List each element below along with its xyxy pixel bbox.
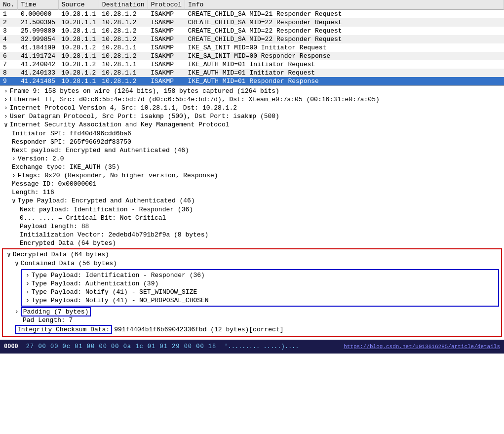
decrypted-arrow: ∨ (7, 251, 11, 259)
version-line[interactable]: › Version: 2.0 (0, 155, 504, 163)
length-content: Length: 116 (12, 189, 500, 196)
message-id-line[interactable]: Message ID: 0x00000001 (0, 180, 504, 188)
udp-arrow: › (4, 113, 8, 120)
type-notify-noproposal-line[interactable]: › Type Payload: Notify (41) - NO_PROPOSA… (22, 296, 498, 305)
col-no: No. (0, 0, 18, 10)
cell-1: 41.240042 (18, 60, 58, 69)
cell-2: 10.28.1.1 (58, 10, 99, 19)
cell-5: CREATE_CHILD_SA MID=21 Responder Request (185, 10, 504, 19)
cell-2: 10.28.1.2 (58, 43, 99, 52)
next-payload-content: Next payload: Encrypted and Authenticate… (12, 147, 500, 154)
cell-5: IKE_AUTH MID=01 Initiator Request (185, 60, 504, 69)
cell-1: 21.500395 (18, 18, 58, 27)
cell-2: 10.28.1.1 (58, 27, 99, 35)
cell-2: 10.28.1.1 (58, 35, 99, 43)
cell-0: 6 (0, 52, 18, 60)
cell-3: 10.28.1.1 (99, 60, 148, 69)
iv-line[interactable]: Initialization Vector: 2edebd4b791b2f9a … (0, 231, 504, 239)
cell-3: 10.28.1.1 (99, 69, 148, 77)
hex-ascii: '......... .....).... (224, 343, 299, 350)
decrypted-data-section: ∨ Decrypted Data (64 bytes) ∨ Contained … (2, 248, 502, 337)
table-row[interactable]: 641.19172410.28.1.110.28.1.2ISAKMPIKE_SA… (0, 52, 504, 60)
padding-line[interactable]: › Padding (7 bytes) (3, 308, 501, 316)
table-row[interactable]: 10.00000010.28.1.110.28.1.2ISAKMPCREATE_… (0, 10, 504, 19)
padding-box: Padding (7 bytes) (21, 307, 91, 316)
cell-0: 1 (0, 10, 18, 19)
type-id-responder-content: Type Payload: Identification - Responder… (32, 272, 494, 279)
type-payload-enc-line[interactable]: ∨ Type Payload: Encrypted and Authentica… (0, 197, 504, 205)
next-payload2-line[interactable]: Next payload: Identification - Responder… (0, 205, 504, 214)
table-row[interactable]: 541.18419910.28.1.210.28.1.1ISAKMPIKE_SA… (0, 43, 504, 52)
packet-list: No. Time Source Destination Protocol Inf… (0, 0, 504, 85)
decrypted-title-content: Decrypted Data (64 bytes) (13, 251, 497, 258)
exchange-type-content: Exchange type: IKE_AUTH (35) (12, 163, 500, 171)
cell-2: 10.28.1.1 (58, 77, 99, 85)
type-payload-enc-content: Type Payload: Encrypted and Authenticate… (18, 197, 500, 204)
version-arrow: › (12, 155, 16, 162)
frame-content: Frame 9: 158 bytes on wire (1264 bits), … (10, 87, 500, 95)
isakmp-line[interactable]: ∨ Internet Security Association and Key … (0, 120, 504, 129)
encrypted-data-content: Encrypted Data (64 bytes) (20, 239, 500, 247)
cell-3: 10.28.1.2 (99, 52, 148, 60)
type-notify-window-line[interactable]: › Type Payload: Notify (41) - SET_WINDOW… (22, 288, 498, 296)
cell-5: CREATE_CHILD_SA MID=22 Responder Request (185, 27, 504, 35)
table-row[interactable]: 941.24148510.28.1.110.28.1.2ISAKMPIKE_AU… (0, 77, 504, 85)
col-protocol: Protocol (148, 0, 185, 10)
integrity-label: Integrity Checksum Data: (17, 326, 110, 333)
ethernet-line[interactable]: › Ethernet II, Src: d0:c6:5b:4e:bd:7d (d… (0, 95, 504, 104)
cell-3: 10.28.1.2 (99, 10, 148, 19)
integrity-line[interactable]: Integrity Checksum Data: 991f4404b1f6b69… (3, 324, 501, 335)
exchange-type-line[interactable]: Exchange type: IKE_AUTH (35) (0, 163, 504, 171)
cell-4: ISAKMP (148, 18, 185, 27)
payload-length-line[interactable]: Payload length: 88 (0, 222, 504, 231)
hex-bytes: 27 00 00 0c 01 00 00 00 0a 1c 01 01 29 0… (26, 343, 216, 350)
cell-1: 32.999854 (18, 35, 58, 43)
type-notify-window-content: Type Payload: Notify (41) - SET_WINDOW_S… (32, 288, 494, 296)
type-id-responder-line[interactable]: › Type Payload: Identification - Respond… (22, 271, 498, 279)
contained-title-line[interactable]: ∨ Contained Data (56 bytes) (3, 259, 501, 268)
flags-arrow: › (12, 172, 16, 179)
decrypted-title-line[interactable]: ∨ Decrypted Data (64 bytes) (3, 250, 501, 259)
type-auth-line[interactable]: › Type Payload: Authentication (39) (22, 279, 498, 288)
integrity-value: 991f4404b1f6b69042336fbd (12 bytes)[corr… (114, 326, 283, 333)
udp-line[interactable]: › User Datagram Protocol, Src Port: isak… (0, 112, 504, 120)
length-line[interactable]: Length: 116 (0, 188, 504, 197)
type-auth-content: Type Payload: Authentication (39) (32, 280, 494, 287)
cell-1: 25.999880 (18, 27, 58, 35)
ip-arrow: › (4, 104, 8, 112)
ethernet-content: Ethernet II, Src: d0:c6:5b:4e:bd:7d (d0:… (10, 96, 500, 103)
cell-5: CREATE_CHILD_SA MID=22 Responder Request (185, 18, 504, 27)
initiator-spi-content: Initiator SPI: ffd40d496cdd6ba6 (12, 130, 500, 137)
frame-line[interactable]: › Frame 9: 158 bytes on wire (1264 bits)… (0, 87, 504, 95)
ethernet-arrow: › (4, 96, 8, 103)
cell-5: IKE_SA_INIT MID=00 Initiator Request (185, 43, 504, 52)
responder-spi-line[interactable]: Responder SPI: 265f96692df83750 (0, 138, 504, 146)
message-id-content: Message ID: 0x00000001 (12, 180, 500, 188)
encrypted-data-line[interactable]: Encrypted Data (64 bytes) (0, 239, 504, 247)
table-row[interactable]: 221.50039510.28.1.110.28.1.2ISAKMPCREATE… (0, 18, 504, 27)
pad-length-line[interactable]: Pad Length: 7 (3, 316, 501, 324)
packet-detail: › Frame 9: 158 bytes on wire (1264 bits)… (0, 85, 504, 339)
table-row[interactable]: 325.99988010.28.1.110.28.1.2ISAKMPCREATE… (0, 27, 504, 35)
table-row[interactable]: 741.24004210.28.1.210.28.1.1ISAKMPIKE_AU… (0, 60, 504, 69)
type-auth-arrow: › (26, 280, 30, 287)
next-payload-line[interactable]: Next payload: Encrypted and Authenticate… (0, 146, 504, 155)
cell-4: ISAKMP (148, 69, 185, 77)
cell-3: 10.28.1.2 (99, 18, 148, 27)
cell-4: ISAKMP (148, 35, 185, 43)
cell-4: ISAKMP (148, 10, 185, 19)
table-row[interactable]: 432.99985410.28.1.110.28.1.2ISAKMPCREATE… (0, 35, 504, 43)
cell-2: 10.28.1.1 (58, 52, 99, 60)
critical-bit-content: 0... .... = Critical Bit: Not Critical (20, 214, 500, 222)
critical-bit-line[interactable]: 0... .... = Critical Bit: Not Critical (0, 214, 504, 222)
cell-4: ISAKMP (148, 43, 185, 52)
initiator-spi-line[interactable]: Initiator SPI: ffd40d496cdd6ba6 (0, 129, 504, 138)
padding-arrow: › (15, 308, 19, 316)
col-destination: Destination (99, 0, 148, 10)
flags-line[interactable]: › Flags: 0x20 (Responder, No higher vers… (0, 171, 504, 180)
cell-0: 8 (0, 69, 18, 77)
contained-arrow: ∨ (15, 260, 19, 268)
ip-line[interactable]: › Internet Protocol Version 4, Src: 10.2… (0, 104, 504, 112)
table-row[interactable]: 841.24013310.28.1.210.28.1.1ISAKMPIKE_AU… (0, 69, 504, 77)
cell-3: 10.28.1.1 (99, 43, 148, 52)
